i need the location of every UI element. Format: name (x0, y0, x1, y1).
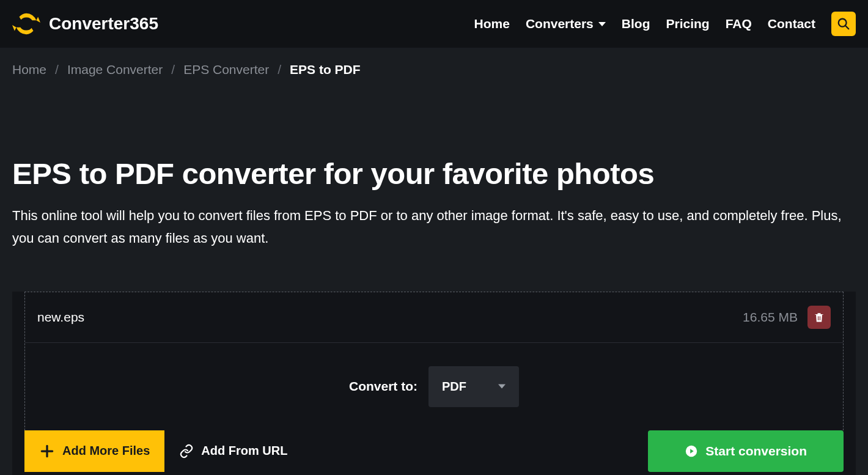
svg-rect-3 (820, 316, 820, 320)
file-row: new.eps 16.65 MB (25, 292, 843, 343)
convert-to-label: Convert to: (349, 379, 417, 394)
chevron-down-icon (598, 22, 606, 26)
breadcrumb-home[interactable]: Home (12, 62, 46, 77)
format-selected: PDF (442, 380, 466, 394)
brand-name: Converter365 (49, 14, 158, 34)
format-select[interactable]: PDF (428, 366, 519, 407)
header: Converter365 Home Converters Blog Pricin… (0, 0, 868, 48)
file-meta: 16.65 MB (743, 306, 831, 329)
nav-converters-label: Converters (526, 17, 594, 31)
add-more-files-button[interactable]: Add More Files (24, 430, 164, 472)
convert-to-row: Convert to: PDF (25, 343, 843, 430)
plus-icon (39, 443, 55, 459)
breadcrumb-current: EPS to PDF (290, 62, 361, 77)
trash-icon (813, 311, 825, 323)
breadcrumb-separator: / (55, 62, 59, 77)
logo-icon (12, 10, 40, 38)
breadcrumb-image-converter[interactable]: Image Converter (67, 62, 163, 77)
spacer (302, 430, 648, 472)
svg-line-1 (845, 26, 849, 29)
link-icon (179, 444, 194, 458)
search-icon (837, 17, 850, 31)
logo[interactable]: Converter365 (12, 10, 158, 38)
delete-file-button[interactable] (807, 306, 831, 329)
nav-pricing[interactable]: Pricing (666, 17, 709, 31)
breadcrumb-eps-converter[interactable]: EPS Converter (183, 62, 269, 77)
page-title: EPS to PDF converter for your favorite p… (12, 156, 856, 191)
file-size: 16.65 MB (743, 310, 798, 325)
drop-zone[interactable]: new.eps 16.65 MB Convert to: PDF (24, 292, 844, 430)
breadcrumb-separator: / (171, 62, 175, 77)
start-conversion-button[interactable]: Start conversion (648, 430, 844, 472)
nav-converters[interactable]: Converters (526, 17, 606, 31)
nav-faq[interactable]: FAQ (726, 17, 752, 31)
hero: EPS to PDF converter for your favorite p… (0, 77, 868, 250)
add-more-files-label: Add More Files (62, 444, 150, 458)
add-from-url-label: Add From URL (201, 444, 287, 458)
file-name: new.eps (37, 310, 84, 325)
breadcrumb-separator: / (278, 62, 281, 77)
nav-contact[interactable]: Contact (768, 17, 815, 31)
svg-rect-2 (818, 316, 818, 320)
add-from-url-button[interactable]: Add From URL (164, 430, 302, 472)
search-button[interactable] (831, 12, 856, 36)
nav: Home Converters Blog Pricing FAQ Contact (474, 12, 856, 36)
nav-home[interactable]: Home (474, 17, 510, 31)
nav-blog[interactable]: Blog (622, 17, 650, 31)
page-subtitle: This online tool will help you to conver… (12, 204, 856, 250)
converter-panel: new.eps 16.65 MB Convert to: PDF (12, 292, 856, 475)
chevron-down-icon (498, 385, 506, 389)
action-bar: Add More Files Add From URL Start conver… (12, 430, 856, 475)
breadcrumb: Home / Image Converter / EPS Converter /… (0, 48, 868, 77)
play-icon (685, 444, 698, 458)
start-conversion-label: Start conversion (705, 444, 807, 458)
